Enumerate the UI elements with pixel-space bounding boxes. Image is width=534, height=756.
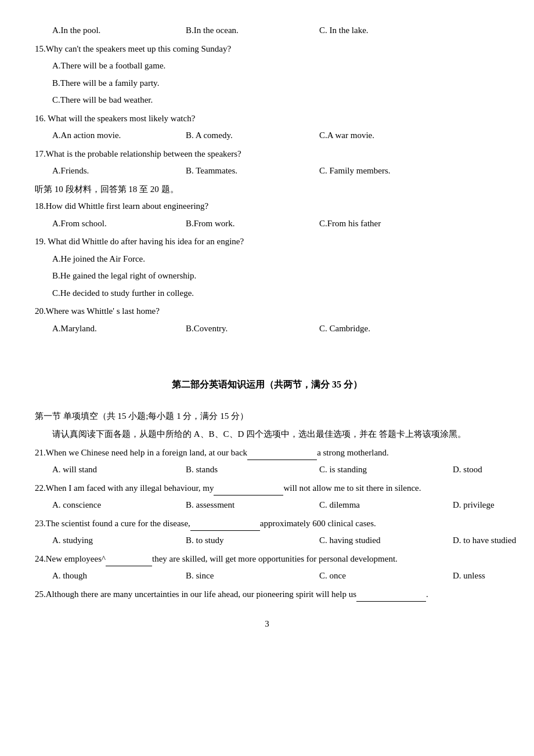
q17-option-a: A.Friends.: [52, 164, 186, 179]
section1-intro: 请认真阅读下面各题，从题中所给的 A、B、C、D 四个选项中，选出最佳选项，并在…: [35, 427, 499, 442]
q24-option-d: D. unless: [453, 569, 534, 584]
q21-options: A. will stand B. stands C. is standing D…: [35, 462, 499, 478]
q24-options: A. though B. since C. once D. unless: [35, 569, 499, 584]
q18-option-b: B.From work.: [186, 216, 319, 231]
q19-option-a: A.He joined the Air Force.: [35, 252, 499, 267]
q16-option-b: B. A comedy.: [186, 128, 319, 143]
section10-text: 听第 10 段材料，回答第 18 至 20 题。: [35, 182, 499, 197]
q18-text: 18.How did Whittle first learn about eng…: [35, 199, 499, 214]
q16-option-a: A.An action movie.: [52, 128, 186, 143]
q20-text: 20.Where was Whittle' s last home?: [35, 304, 499, 319]
q16-option-c: C.A war movie.: [319, 128, 453, 143]
q20-option-c: C. Cambridge.: [319, 321, 453, 337]
q17-text: 17.What is the probable relationship bet…: [35, 147, 499, 162]
q15-option-a: A.There will be a football game.: [35, 59, 499, 74]
q21-option-a: A. will stand: [52, 462, 186, 478]
q20-option-b: B.Coventry.: [186, 321, 319, 337]
section1-header: 第一节 单项填空（共 15 小题;每小题 1 分，满分 15 分）: [35, 409, 499, 424]
q17-options: A.Friends. B. Teammates. C. Family membe…: [35, 164, 499, 179]
q21-option-d: D. stood: [453, 462, 534, 478]
q22-options: A. conscience B. assessment C. dilemma D…: [35, 498, 499, 513]
q15-option-c: C.There will be bad weather.: [35, 93, 499, 108]
q15-option-b: B.There will be a family party.: [35, 76, 499, 91]
q21-option-b: B. stands: [186, 462, 319, 478]
q22-option-d: D. privilege: [453, 498, 534, 513]
q24-text: 24.New employees^they are skilled, will …: [35, 552, 499, 567]
q23-text: 23.The scientist found a cure for the di…: [35, 516, 499, 531]
q24-option-a: A. though: [52, 569, 186, 584]
q24-option-c: C. once: [319, 569, 453, 584]
q20-options: A.Maryland. B.Coventry. C. Cambridge.: [35, 321, 499, 337]
q22-option-b: B. assessment: [186, 498, 319, 513]
q18-options: A.From school. B.From work. C.From his f…: [35, 216, 499, 231]
q16-options: A.An action movie. B. A comedy. C.A war …: [35, 128, 499, 143]
q19-text: 19. What did Whittle do after having his…: [35, 234, 499, 249]
q14-option-a: A.In the pool.: [52, 23, 186, 38]
q15-text: 15.Why can't the speakers meet up this c…: [35, 42, 499, 57]
q25-text: 25.Although there are many uncertainties…: [35, 587, 499, 602]
q16-text: 16. What will the speakers most likely w…: [35, 111, 499, 126]
q14-option-c: C. In the lake.: [319, 23, 453, 38]
q19-option-b: B.He gained the legal right of ownership…: [35, 269, 499, 284]
q20-option-a: A.Maryland.: [52, 321, 186, 337]
q23-option-a: A. studying: [52, 533, 186, 548]
q17-option-c: C. Family members.: [319, 164, 453, 179]
part2-header: 第二部分英语知识运用（共两节，满分 35 分）: [35, 377, 499, 393]
q14-option-b: B.In the ocean.: [186, 23, 319, 38]
q21-text: 21.When we Chinese need help in a foreig…: [35, 446, 499, 461]
q18-option-a: A.From school.: [52, 216, 186, 231]
q17-option-b: B. Teammates.: [186, 164, 319, 179]
q23-option-c: C. having studied: [319, 533, 453, 548]
q23-options: A. studying B. to study C. having studie…: [35, 533, 499, 548]
q22-option-c: C. dilemma: [319, 498, 453, 513]
q24-option-b: B. since: [186, 569, 319, 584]
page-number: 3: [35, 619, 499, 629]
q18-option-c: C.From his father: [319, 216, 453, 231]
q14-options: A.In the pool. B.In the ocean. C. In the…: [35, 23, 499, 38]
q23-option-d: D. to have studied: [453, 533, 534, 548]
q21-option-c: C. is standing: [319, 462, 453, 478]
q22-option-a: A. conscience: [52, 498, 186, 513]
q22-text: 22.When I am faced with any illegal beha…: [35, 481, 499, 496]
q23-option-b: B. to study: [186, 533, 319, 548]
q19-option-c: C.He decided to study further in college…: [35, 286, 499, 301]
